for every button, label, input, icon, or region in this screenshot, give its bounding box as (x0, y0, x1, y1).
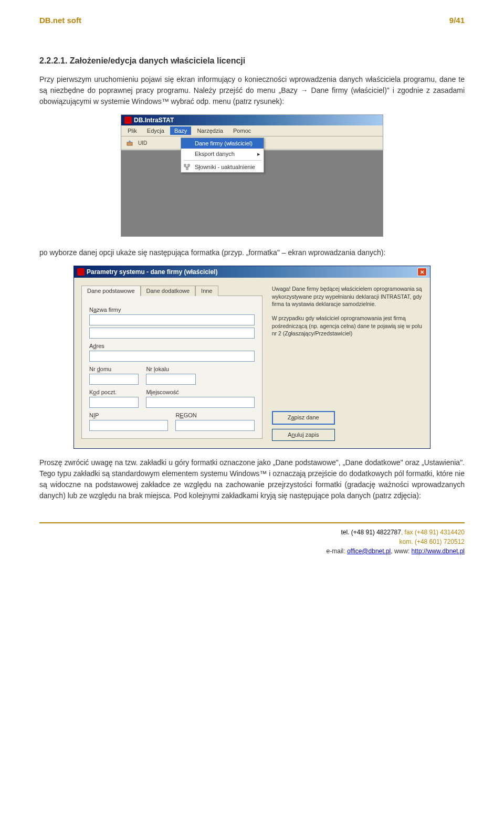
tree-icon (183, 163, 191, 171)
close-icon[interactable]: ✕ (417, 268, 427, 276)
dropdown-bazy: Dane firmy (właściciel) Eksport danych S… (181, 138, 264, 173)
page-header: DB.net soft 9/41 (39, 16, 465, 25)
menu-plik[interactable]: Plik (123, 127, 141, 135)
footer-tel: tel. (+48 91) 4822787 (341, 529, 401, 536)
tab-dane-podstawowe[interactable]: Dane podstawowe (81, 286, 141, 296)
label-nr-domu: Nr domu (89, 366, 139, 372)
svg-rect-1 (184, 164, 186, 166)
zapisz-button[interactable]: Zapisz dane (272, 411, 335, 424)
tab-strip: Dane podstawowe Dane dodatkowe Inne (81, 285, 262, 296)
uid-label: UID (138, 140, 147, 146)
menu-edycja[interactable]: Edycja (143, 127, 169, 135)
tab-inne[interactable]: Inne (195, 286, 218, 296)
menu-narzedzia[interactable]: Narzędzia (193, 127, 227, 135)
dropdown-item-slowniki[interactable]: Słowniki - uaktualnienie (181, 162, 264, 172)
app-icon (124, 117, 132, 124)
footer-kom: kom. (+48 601) 720512 (39, 537, 465, 546)
dialog-title: Parametry systemu - dane firmy (właścici… (87, 268, 217, 276)
adres-field[interactable] (89, 351, 255, 362)
svg-rect-3 (186, 168, 188, 170)
menu-pomoc[interactable]: Pomoc (229, 127, 255, 135)
footer-fax: , fax (+48 91) 4314420 (401, 529, 465, 536)
dialog-titlebar: Parametry systemu - dane firmy (właścici… (74, 266, 430, 278)
email-link[interactable]: office@dbnet.pl (347, 547, 391, 555)
menubar: Plik Edycja Bazy Narzędzia Pomoc (121, 125, 383, 136)
nr-lokalu-field[interactable] (146, 374, 195, 385)
label-nazwa: Nazwa firmy (89, 307, 255, 313)
toolbar-button-1[interactable] (124, 138, 135, 148)
tab-panel: Nazwa firmy Adres Nr domu Nr lokalu (81, 296, 262, 439)
paragraph-1: Przy pierwszym uruchomieniu pojawi się e… (39, 74, 465, 107)
page-footer: tel. (+48 91) 4822787, fax (+48 91) 4314… (39, 528, 465, 556)
dropdown-separator (183, 160, 261, 161)
label-kod: Kod poczt. (89, 389, 139, 395)
menu-bazy[interactable]: Bazy (170, 127, 191, 135)
svg-rect-2 (188, 164, 190, 166)
brand-label: DB.net soft (39, 16, 81, 25)
window-title: DB.IntraSTAT (134, 117, 174, 124)
dropdown-item-dane-firmy[interactable]: Dane firmy (właściciel) (181, 138, 264, 149)
label-nr-lokalu: Nr lokalu (146, 366, 195, 372)
info-paragraph-2: W przypadku gdy właściciel oprogramowani… (272, 314, 423, 338)
tab-dane-dodatkowe[interactable]: Dane dodatkowe (141, 286, 196, 296)
svg-rect-0 (127, 142, 132, 145)
label-adres: Adres (89, 343, 255, 349)
label-miejscowosc: Miejscowość (146, 389, 254, 395)
paragraph-3: Proszę zwrócić uwagę na tzw. zakładki u … (39, 457, 465, 501)
footer-separator (39, 522, 465, 523)
window-titlebar: DB.IntraSTAT (121, 115, 383, 125)
screenshot-dialog: Parametry systemu - dane firmy (właścici… (74, 266, 430, 449)
nip-field[interactable] (89, 420, 168, 431)
kod-field[interactable] (89, 397, 139, 408)
page-indicator: 9/41 (449, 16, 465, 25)
label-nip: NIP (89, 412, 168, 418)
paragraph-2: po wyborze danej opcji ukaże się następu… (39, 247, 465, 258)
screenshot-intrastat-menu: DB.IntraSTAT Plik Edycja Bazy Narzędzia … (121, 114, 383, 237)
label-regon: REGON (175, 412, 254, 418)
dropdown-item-eksport[interactable]: Eksport danych (181, 149, 264, 159)
section-title: 2.2.2.1. Założenie/edycja danych właścic… (39, 56, 465, 66)
regon-field[interactable] (175, 420, 254, 431)
dialog-icon (77, 268, 85, 276)
nazwa-field-2[interactable] (89, 328, 255, 339)
www-link[interactable]: http://www.dbnet.pl (412, 547, 465, 555)
miejscowosc-field[interactable] (146, 397, 254, 408)
nr-domu-field[interactable] (89, 374, 139, 385)
anuluj-button[interactable]: Anuluj zapis (272, 429, 335, 441)
info-paragraph-1: Uwaga! Dane firmy będącej właścicielem o… (272, 285, 423, 308)
nazwa-field[interactable] (89, 314, 255, 325)
